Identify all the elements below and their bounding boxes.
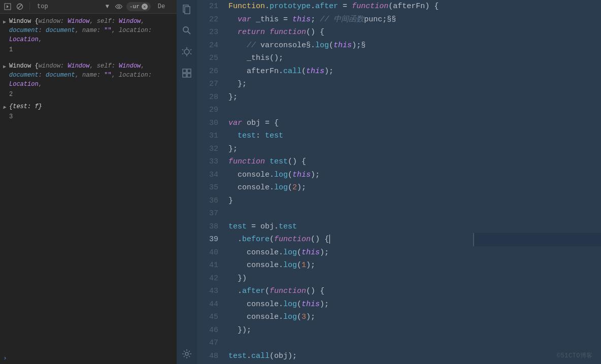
chevron-down-icon: ▼ xyxy=(106,3,109,10)
console-log-object[interactable]: ▶ {test: f} xyxy=(2,102,173,111)
svg-point-3 xyxy=(118,6,120,8)
devtools-panel: top ▼ -ur ✕ De ▶ Window {window: Window,… xyxy=(0,0,177,364)
execute-icon[interactable] xyxy=(3,2,12,11)
code-editor[interactable]: 2122232425262728293031323334353637383940… xyxy=(197,0,601,364)
filter-pill[interactable]: -ur ✕ xyxy=(126,2,151,11)
live-expression-icon[interactable] xyxy=(114,2,123,11)
console-output: ▶ Window {window: Window, self: Window, … xyxy=(0,14,177,352)
extensions-icon[interactable] xyxy=(180,66,194,80)
svg-point-19 xyxy=(185,352,188,355)
editor-cursor xyxy=(329,235,330,244)
devtools-toolbar: top ▼ -ur ✕ De xyxy=(0,0,177,14)
svg-rect-15 xyxy=(183,69,186,73)
code-content[interactable]: Function.prototype.after = function(afte… xyxy=(225,0,601,364)
console-prompt[interactable]: › xyxy=(0,352,177,364)
console-log-number: 3 xyxy=(9,112,173,121)
filter-text: -ur xyxy=(129,4,140,10)
svg-line-12 xyxy=(190,49,191,50)
svg-point-8 xyxy=(184,49,189,54)
svg-rect-16 xyxy=(187,69,191,73)
toolbar-separator xyxy=(29,3,30,11)
activity-bar xyxy=(177,0,197,364)
svg-rect-17 xyxy=(183,74,186,77)
search-icon[interactable] xyxy=(180,23,194,38)
expand-arrow-icon[interactable]: ▶ xyxy=(3,18,6,27)
console-log-window[interactable]: ▶ Window {window: Window, self: Window, … xyxy=(2,17,173,44)
svg-line-11 xyxy=(182,49,183,50)
context-label: top xyxy=(37,3,48,10)
clear-filter-icon[interactable]: ✕ xyxy=(142,4,148,10)
svg-line-7 xyxy=(188,31,190,34)
svg-rect-5 xyxy=(185,7,190,14)
console-log-window[interactable]: ▶ Window {window: Window, self: Window, … xyxy=(2,61,173,89)
svg-line-14 xyxy=(190,53,191,54)
svg-point-6 xyxy=(183,27,188,32)
clear-console-icon[interactable] xyxy=(15,2,24,11)
console-log-number: 2 xyxy=(9,90,173,99)
watermark: ©51CTO博客 xyxy=(557,351,593,360)
expand-arrow-icon[interactable]: ▶ xyxy=(3,103,6,112)
console-log-number: 1 xyxy=(9,45,173,54)
prompt-caret-icon: › xyxy=(3,354,7,362)
svg-line-13 xyxy=(182,53,183,54)
settings-gear-icon[interactable] xyxy=(180,347,194,361)
toolbar-overflow-text: De xyxy=(158,3,165,10)
svg-line-2 xyxy=(18,5,22,9)
line-number-gutter: 2122232425262728293031323334353637383940… xyxy=(197,0,225,364)
explorer-icon[interactable] xyxy=(180,2,194,16)
context-selector[interactable]: top ▼ xyxy=(35,2,111,12)
svg-rect-18 xyxy=(187,74,191,77)
debug-icon[interactable] xyxy=(180,45,194,59)
expand-arrow-icon[interactable]: ▶ xyxy=(3,62,6,72)
